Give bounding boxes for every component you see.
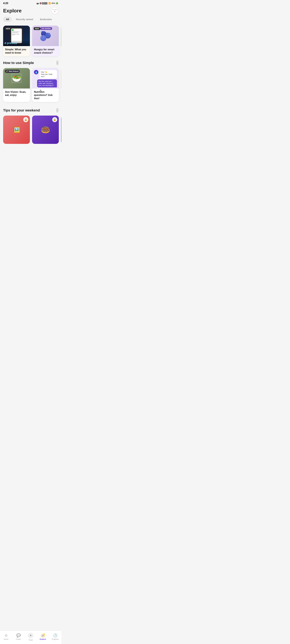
tip-donut-image: 🍩 🔒 (32, 116, 59, 144)
page-title: Explore (3, 8, 22, 14)
avatar-text: Let them (52, 9, 57, 10)
tip-photos-image: 🖼️ 🔒 (3, 116, 30, 144)
photos-icon: 🖼️ (13, 126, 20, 133)
filter-tabs: All Recently viewed Bookmarks (0, 17, 61, 25)
card-snack-body: Hungry for smart snack choices? (32, 46, 59, 56)
tips-title: Tips for your weekend (3, 108, 40, 112)
wifi-icon: 📶 (48, 2, 51, 4)
daily-nutrition-image: Dail (61, 68, 61, 88)
lock-badge-2: 🔒 (52, 117, 57, 122)
avo-avatar: 💧 (34, 70, 38, 74)
tip-card-blue[interactable]: 🔒 (61, 116, 61, 144)
badge-new-1: NEW (5, 27, 11, 30)
daily-nutrition-body: Ge...Nu... (61, 88, 61, 97)
featured-cards-row: ✓ Saturday, 17 May 16h fast d previou NE… (0, 25, 61, 60)
card-ask-avo[interactable]: 💧 Hey! 👋How can I help you? Hey Avo, wha… (32, 68, 59, 102)
header: Explore Let them ♥ (0, 6, 61, 17)
dietitian-badge: Ask dietitian (40, 27, 52, 30)
card-fasting[interactable]: 📏 NE Fas... (61, 26, 61, 56)
tab-recently-viewed[interactable]: Recently viewed (13, 17, 36, 22)
rocket-icon: 🚀 (6, 70, 8, 72)
cursor-icon: ↖ (40, 89, 57, 92)
lock-badge-1: 🔒 (23, 117, 28, 122)
tips-section: Tips for your weekend › 🖼️ 🔒 🍩 🔒 (0, 106, 61, 150)
camera-icon: 📷 (36, 2, 39, 4)
tip-card-donut[interactable]: 🍩 🔒 (32, 116, 59, 144)
tip-blue-image: 🔒 (61, 116, 61, 144)
chat-question: Hey Avo, what can I make with chickpeas,… (37, 80, 57, 88)
status-icons: 📷 🔇 ▌▌▌▌ 📶 46% 🟢 (36, 2, 58, 4)
tips-more-button[interactable]: › (56, 108, 58, 112)
card-avo-vision[interactable]: 🥗 🚀 New feature Avo Vision: Scan, eat, e… (3, 68, 30, 102)
avatar-heart-icon: ♥ (54, 10, 55, 12)
avo-vision-body: Avo Vision: Scan, eat, enjoy (3, 88, 30, 99)
card-simple-title: Simple: What you need to know (5, 48, 28, 54)
how-to-section-header: How to use Simple › (0, 60, 61, 68)
card-snack-image: 🫐 NEW Ask dietitian (32, 26, 59, 46)
signal-bars: ▌▌▌▌ (42, 2, 48, 4)
card-simple-image: ✓ Saturday, 17 May 16h fast d previou NE… (3, 26, 30, 46)
berries-icon: 🫐 (40, 30, 52, 42)
new-feature-badge: 🚀 New feature (5, 70, 20, 73)
card-snack[interactable]: 🫐 NEW Ask dietitian Hungry for smart sna… (32, 26, 59, 56)
profile-avatar[interactable]: Let them ♥ (51, 7, 58, 14)
avo-vision-title: Avo Vision: Scan, eat, enjoy (5, 90, 28, 97)
card-fasting-image: 📏 NE (61, 26, 61, 46)
badge-new-2: NEW (34, 27, 40, 30)
card-simple-body: Simple: What you need to know (3, 46, 30, 56)
card-daily-nutrition[interactable]: Dail Ge...Nu... (61, 68, 61, 102)
chat-greeting: Hey! 👋How can I help you? (40, 70, 57, 78)
card-snack-title: Hungry for smart snack choices? (34, 48, 57, 54)
silent-icon: 🔇 (40, 2, 42, 4)
how-to-more-button[interactable]: › (56, 61, 58, 65)
avo-vision-image: 🥗 🚀 New feature (3, 68, 30, 88)
tab-all[interactable]: All (3, 17, 12, 22)
ask-avo-image: 💧 Hey! 👋How can I help you? Hey Avo, wha… (32, 68, 59, 88)
battery-level: 46% (52, 2, 55, 4)
donut-icon: 🍩 (40, 125, 50, 134)
status-time: 4:20 (3, 2, 8, 5)
status-bar: 4:20 📷 🔇 ▌▌▌▌ 📶 46% 🟢 (0, 0, 61, 6)
tips-section-header: Tips for your weekend › (0, 107, 61, 115)
main-content: ✓ Saturday, 17 May 16h fast d previou NE… (0, 25, 61, 166)
tips-cards-row: 🖼️ 🔒 🍩 🔒 🔒 (0, 115, 61, 147)
how-to-cards-row: 🥗 🚀 New feature Avo Vision: Scan, eat, e… (0, 68, 61, 106)
how-to-title: How to use Simple (3, 61, 34, 65)
tip-card-photos[interactable]: 🖼️ 🔒 (3, 116, 30, 144)
card-simple[interactable]: ✓ Saturday, 17 May 16h fast d previou NE… (3, 26, 30, 56)
tab-bookmarks[interactable]: Bookmarks (37, 17, 54, 22)
card-fasting-body: Fas... (61, 46, 61, 53)
battery-dot: 🟢 (56, 2, 58, 4)
